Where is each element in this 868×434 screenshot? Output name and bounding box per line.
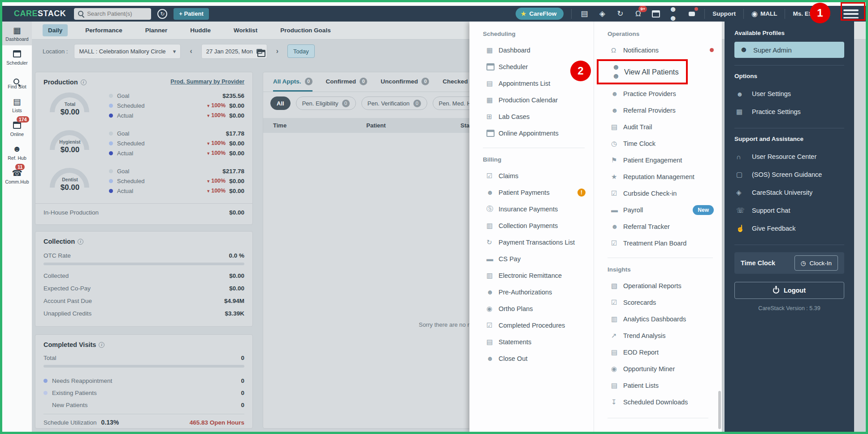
menu-item[interactable]: ☑ Scorecards xyxy=(594,294,722,311)
sidebar-item[interactable]: Find Slot xyxy=(2,69,32,93)
dashboard-tab[interactable]: Huddle xyxy=(185,24,216,36)
menu-item[interactable]: ▥ Analytics Dashboards xyxy=(594,311,722,327)
menu-item[interactable]: Online Appointments xyxy=(469,125,594,141)
menu-item[interactable]: ⊞ Lab Cases xyxy=(469,108,594,125)
dashboard-tab[interactable]: Planner xyxy=(140,24,173,36)
menu-item[interactable]: ↧ Scheduled Downloads xyxy=(594,394,722,410)
sidebar-item[interactable]: Scheduler xyxy=(2,45,32,69)
menu-item[interactable]: ↗ Trend Analysis xyxy=(594,327,722,344)
time-clock-icon: ◷ xyxy=(611,140,623,148)
next-day-button[interactable]: › xyxy=(273,47,281,55)
info-icon[interactable] xyxy=(78,239,83,245)
collection-row: Account Past Due $4.94M xyxy=(43,298,244,304)
menu-item[interactable]: Ω Notifications xyxy=(594,42,722,58)
menu-item[interactable]: ▥ Collection Payments xyxy=(469,217,594,234)
filter-pill[interactable]: Pen. Eligibility 0 xyxy=(296,96,356,110)
sidebar-item[interactable]: ▤ Lists xyxy=(2,93,32,117)
menu-item[interactable]: ▤ EOD Report xyxy=(594,344,722,360)
menu-section-title: Scheduling xyxy=(483,31,594,37)
dashboard-tab[interactable]: Daily xyxy=(43,24,68,36)
menu-item[interactable]: ★ Reputation Management xyxy=(594,168,722,185)
info-icon[interactable] xyxy=(99,342,104,348)
menu-item[interactable]: ▤ Patient Lists xyxy=(594,377,722,394)
menu-item[interactable]: ▤ Statements xyxy=(469,333,594,350)
clock-in-button[interactable]: ◷ Clock-In xyxy=(794,255,838,271)
visits-legend-item: New Patients 0 xyxy=(43,399,244,411)
support-link[interactable]: Support xyxy=(712,10,736,17)
menu-item[interactable]: ☻ Referral Providers xyxy=(594,102,722,118)
sidebar-item-label: Scheduler xyxy=(6,60,27,66)
menu-item[interactable]: ◉ Ortho Plans xyxy=(469,300,594,317)
sidebar-item[interactable]: ▦ Dashboard xyxy=(2,22,32,45)
menu-item[interactable]: ▬ Payroll New xyxy=(594,202,722,218)
menu-item[interactable]: ☻ Referral Tracker xyxy=(594,218,722,235)
date-picker[interactable]: 27 Jan 2025, Mon xyxy=(201,44,267,59)
patient-search[interactable] xyxy=(74,8,151,20)
dashboard-tab[interactable]: Worklist xyxy=(228,24,263,36)
decrease-icon: 100% xyxy=(206,112,226,118)
menu-item[interactable]: ☻☻ View All Patients xyxy=(597,59,688,84)
menu-item[interactable]: Ⓢ Insurance Payments xyxy=(469,201,594,217)
dashboard-icon: ▦ xyxy=(13,25,21,35)
divider xyxy=(734,245,844,245)
collection-title: Collection xyxy=(43,238,244,245)
menu-item[interactable]: ▤ Audit Trail xyxy=(594,118,722,135)
appointments-tab[interactable]: Unconfirmed 0 xyxy=(381,72,429,92)
search-input[interactable] xyxy=(87,10,148,17)
panel-item[interactable]: ☝ Give Feedback xyxy=(734,219,844,237)
menu-item[interactable]: ▦ Dashboard xyxy=(469,42,594,58)
logout-button[interactable]: Logout xyxy=(734,282,844,299)
profile-super-admin[interactable]: ☻ Super Admin xyxy=(734,42,844,58)
sidebar-item[interactable]: ☻ Ref. Hub xyxy=(2,140,32,164)
info-icon[interactable] xyxy=(81,79,87,85)
actual-dot xyxy=(109,114,113,118)
add-patient-button[interactable]: + Patient xyxy=(174,8,209,20)
menu-item[interactable]: ▧ Operational Reports xyxy=(594,277,722,294)
support-list: ∩ User Resource Center ▢ (SOS) Screen Gu… xyxy=(734,148,844,237)
menu-item[interactable]: ☻ Patient Payments ! xyxy=(469,184,594,201)
menu-item[interactable]: ☑ Completed Procedures xyxy=(469,317,594,333)
location-dropdown[interactable]: MALL : Celebration Mallory Circle xyxy=(74,44,181,59)
menu-item[interactable]: ⚑ Patient Engagement xyxy=(594,152,722,168)
panel-item[interactable]: ∩ User Resource Center xyxy=(734,148,844,166)
actual-dot xyxy=(109,151,113,155)
sidebar-item[interactable]: ☎ 11 Comm.Hub xyxy=(2,164,32,188)
menu-item[interactable]: ▥ Electronic Remittance xyxy=(469,267,594,284)
menu-item[interactable]: ▦ Production Calendar xyxy=(469,92,594,108)
count-badge: 174 xyxy=(17,116,29,123)
menu-scrollbar[interactable] xyxy=(718,391,721,429)
menu-item[interactable]: ☻ Close Out xyxy=(469,350,594,367)
filter-pill[interactable]: Pen. Verification 0 xyxy=(361,96,427,110)
menu-item[interactable]: ◉ Opportunity Miner xyxy=(594,360,722,377)
prev-day-button[interactable]: ‹ xyxy=(187,47,195,55)
dashboard-icon: ▦ xyxy=(486,46,499,54)
prod-summary-link[interactable]: Prod. Summary by Provider xyxy=(170,79,244,85)
appointments-tab[interactable]: Confirmed 0 xyxy=(326,72,368,92)
panel-item[interactable]: ◈ CareStack University xyxy=(734,184,844,202)
menu-item[interactable]: ☑ Curbside Check-in xyxy=(594,185,722,202)
production-row: Dentist $0.00 Goal Scheduled Actual $217… xyxy=(43,163,244,199)
sidebar-item[interactable]: 174 Online xyxy=(2,117,32,140)
menu-item[interactable]: ☑ Claims xyxy=(469,167,594,184)
panel-item[interactable]: ☏ Support Chat xyxy=(734,202,844,219)
ref-hub-icon: ☻ xyxy=(13,144,22,154)
dashboard-tab[interactable]: Production Goals xyxy=(275,24,336,36)
panel-item[interactable]: ▢ (SOS) Screen Guidance xyxy=(734,166,844,184)
appointments-tab[interactable]: All Appts. 0 xyxy=(273,72,312,92)
filter-pill[interactable]: All xyxy=(270,96,291,110)
panel-item[interactable]: ▦ Practice Settings xyxy=(734,103,844,121)
claims-icon: ☑ xyxy=(486,172,499,180)
location-switcher[interactable]: ◉ MALL xyxy=(751,10,777,18)
menu-item[interactable]: ☑ Treatment Plan Board xyxy=(594,235,722,251)
menu-item[interactable]: ▬ CS Pay xyxy=(469,250,594,267)
menu-item[interactable]: ☻ Practice Providers xyxy=(594,85,722,102)
menu-item[interactable]: ◷ Time Clock xyxy=(594,135,722,152)
menu-item[interactable]: ↻ Payment Transactions List xyxy=(469,234,594,250)
today-button[interactable]: Today xyxy=(287,44,315,58)
dashboard-tab[interactable]: Performance xyxy=(80,24,128,36)
recent-patients-icon[interactable]: ↻ xyxy=(157,9,167,19)
careflow-button[interactable]: ★ CareFlow xyxy=(516,8,564,20)
menu-item[interactable]: ☻ Pre-Authorizations xyxy=(469,284,594,300)
panel-item[interactable]: ☻ User Settings xyxy=(734,85,844,103)
open-hours-link[interactable]: 465.83 Open Hours xyxy=(190,419,244,426)
